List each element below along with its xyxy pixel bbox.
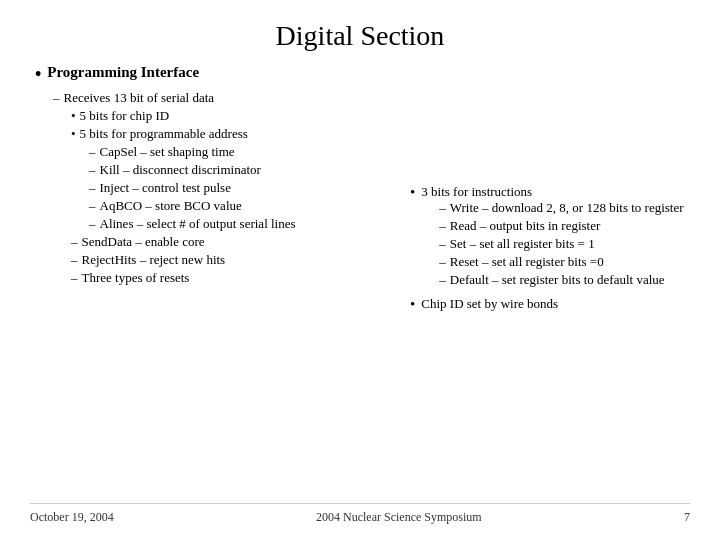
dash: –: [439, 200, 446, 216]
footer-left: October 19, 2004: [30, 510, 114, 525]
list-item: – Kill – disconnect discriminator: [89, 162, 400, 178]
item-text: Kill – disconnect discriminator: [100, 162, 261, 178]
footer-right: 7: [684, 510, 690, 525]
item-text: Default – set register bits to default v…: [450, 272, 665, 288]
item-text: Inject – control test pulse: [100, 180, 231, 196]
right-bullet-dot: •: [410, 184, 415, 201]
main-bullet-text: Programming Interface: [47, 64, 199, 81]
dash: –: [71, 252, 78, 268]
right-column: • 3 bits for instructions – Write – down…: [410, 64, 690, 499]
sub-sub-item-chipid: • 5 bits for chip ID: [71, 108, 400, 124]
dash: –: [89, 144, 96, 160]
item-text: Read – output bits in register: [450, 218, 601, 234]
sub-item-receives-text: Receives 13 bit of serial data: [64, 90, 215, 106]
list-item: – Three types of resets: [71, 270, 400, 286]
dash: –: [439, 218, 446, 234]
list-item: – AqBCO – store BCO value: [89, 198, 400, 214]
right-bullet-content: 3 bits for instructions – Write – downlo…: [421, 184, 683, 290]
right-bullet-text: 3 bits for instructions: [421, 184, 532, 199]
dash: –: [53, 90, 60, 106]
list-item: – RejectHits – reject new hits: [71, 252, 400, 268]
sub-sub-item-chipid-text: 5 bits for chip ID: [80, 108, 170, 124]
sub-sub-list: • 5 bits for chip ID • 5 bits for progra…: [71, 108, 400, 232]
slide-title: Digital Section: [30, 20, 690, 52]
footer: October 19, 2004 2004 Nuclear Science Sy…: [30, 503, 690, 525]
dash: –: [439, 272, 446, 288]
sub-sub-item-progaddr: • 5 bits for programmable address: [71, 126, 400, 142]
prog-addr-items: – CapSel – set shaping time – Kill – dis…: [89, 144, 400, 232]
footer-center: 2004 Nuclear Science Symposium: [114, 510, 684, 525]
dash: –: [71, 234, 78, 250]
item-text: Alines – select # of output serial lines: [100, 216, 296, 232]
dash: –: [71, 270, 78, 286]
item-text: Set – set all register bits = 1: [450, 236, 595, 252]
bullet: •: [71, 108, 76, 124]
right-bullet2-text: Chip ID set by wire bonds: [421, 296, 558, 312]
left-column: • Programming Interface – Receives 13 bi…: [30, 64, 400, 499]
item-text: SendData – enable core: [82, 234, 205, 250]
item-text: CapSel – set shaping time: [100, 144, 235, 160]
list-item: – Read – output bits in register: [439, 218, 683, 234]
list-item: – Write – download 2, 8, or 128 bits to …: [439, 200, 683, 216]
dash: –: [439, 236, 446, 252]
sub-item-receives: – Receives 13 bit of serial data: [53, 90, 400, 106]
item-text: Write – download 2, 8, or 128 bits to re…: [450, 200, 684, 216]
item-text: Reset – set all register bits =0: [450, 254, 604, 270]
right-bullet-chipid: • Chip ID set by wire bonds: [410, 296, 690, 313]
list-item: – CapSel – set shaping time: [89, 144, 400, 160]
right-bullet-instructions: • 3 bits for instructions – Write – down…: [410, 184, 690, 290]
dash: –: [89, 162, 96, 178]
item-text: RejectHits – reject new hits: [82, 252, 226, 268]
right-bullet2-dot: •: [410, 296, 415, 313]
list-item: – Default – set register bits to default…: [439, 272, 683, 288]
main-bullet: • Programming Interface: [35, 64, 400, 86]
sub-sub-item-progaddr-text: 5 bits for programmable address: [80, 126, 248, 142]
list-item: – Set – set all register bits = 1: [439, 236, 683, 252]
main-bullet-dot: •: [35, 64, 41, 86]
instructions-sub: – Write – download 2, 8, or 128 bits to …: [439, 200, 683, 288]
slide: Digital Section • Programming Interface …: [0, 0, 720, 540]
list-item: – Reset – set all register bits =0: [439, 254, 683, 270]
item-text: AqBCO – store BCO value: [100, 198, 242, 214]
list-item: – Inject – control test pulse: [89, 180, 400, 196]
extra-items: – SendData – enable core – RejectHits – …: [71, 234, 400, 286]
dash: –: [89, 198, 96, 214]
list-item: – Alines – select # of output serial lin…: [89, 216, 400, 232]
dash: –: [439, 254, 446, 270]
content-area: • Programming Interface – Receives 13 bi…: [30, 64, 690, 499]
item-text: Three types of resets: [82, 270, 190, 286]
bullet2: •: [71, 126, 76, 142]
dash: –: [89, 180, 96, 196]
sub-list: – Receives 13 bit of serial data • 5 bit…: [53, 90, 400, 286]
list-item: – SendData – enable core: [71, 234, 400, 250]
dash: –: [89, 216, 96, 232]
